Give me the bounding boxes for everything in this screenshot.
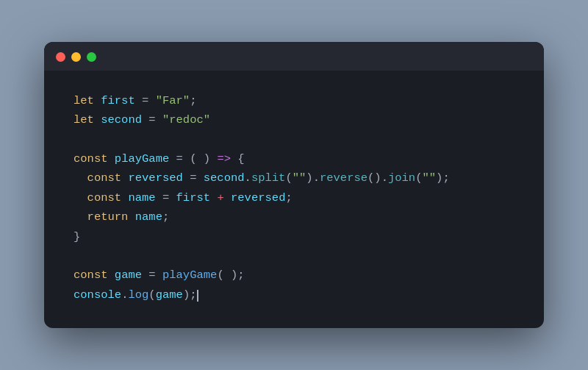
- code-line-1: let first = "Far";: [74, 91, 514, 110]
- minimize-button[interactable]: [71, 52, 81, 62]
- code-window: let first = "Far"; let second = "redoc" …: [44, 42, 544, 328]
- blank-line-1: [74, 130, 514, 149]
- code-line-7: }: [74, 227, 514, 246]
- close-button[interactable]: [56, 52, 65, 62]
- code-line-9: console.log(game);: [74, 285, 514, 305]
- code-line-6: return name;: [74, 207, 514, 227]
- code-line-5: const name = first + reversed;: [74, 188, 514, 207]
- code-line-4: const reversed = second.split("").revers…: [74, 168, 514, 188]
- blank-line-2: [74, 246, 514, 266]
- maximize-button[interactable]: [87, 52, 96, 62]
- code-line-8: const game = playGame( );: [74, 266, 514, 285]
- code-editor[interactable]: let first = "Far"; let second = "redoc" …: [44, 71, 544, 328]
- text-cursor: [197, 290, 198, 302]
- code-line-2: let second = "redoc": [74, 110, 514, 129]
- titlebar: [44, 42, 544, 71]
- code-line-3: const playGame = ( ) => {: [74, 149, 514, 168]
